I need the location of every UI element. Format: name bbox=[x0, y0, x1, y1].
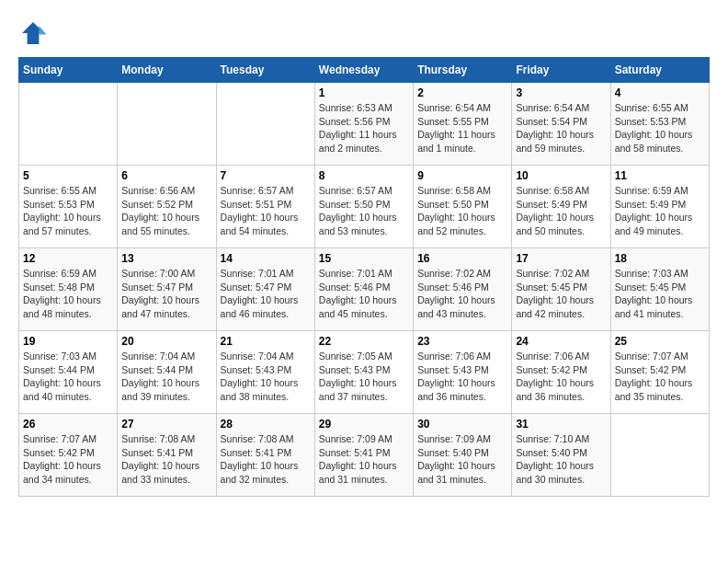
day-cell: 6Sunrise: 6:56 AM Sunset: 5:52 PM Daylig… bbox=[118, 166, 216, 248]
day-cell: 27Sunrise: 7:08 AM Sunset: 5:41 PM Dayli… bbox=[118, 414, 216, 497]
day-number: 29 bbox=[319, 418, 409, 431]
day-info: Sunrise: 6:57 AM Sunset: 5:51 PM Dayligh… bbox=[221, 184, 311, 238]
day-cell: 13Sunrise: 7:00 AM Sunset: 5:47 PM Dayli… bbox=[118, 248, 216, 331]
day-cell: 12Sunrise: 6:59 AM Sunset: 5:48 PM Dayli… bbox=[19, 248, 118, 331]
day-info: Sunrise: 7:00 AM Sunset: 5:47 PM Dayligh… bbox=[121, 267, 211, 321]
day-info: Sunrise: 6:58 AM Sunset: 5:49 PM Dayligh… bbox=[516, 184, 606, 238]
day-number: 5 bbox=[23, 169, 113, 182]
day-cell: 1Sunrise: 6:53 AM Sunset: 5:56 PM Daylig… bbox=[314, 83, 413, 166]
day-cell: 28Sunrise: 7:08 AM Sunset: 5:41 PM Dayli… bbox=[216, 414, 314, 497]
day-number: 24 bbox=[516, 335, 606, 348]
calendar-body: 1Sunrise: 6:53 AM Sunset: 5:56 PM Daylig… bbox=[19, 83, 710, 497]
svg-marker-1 bbox=[39, 26, 46, 35]
day-info: Sunrise: 7:07 AM Sunset: 5:42 PM Dayligh… bbox=[23, 432, 113, 487]
logo-icon bbox=[18, 18, 48, 48]
day-info: Sunrise: 7:04 AM Sunset: 5:44 PM Dayligh… bbox=[121, 350, 211, 404]
day-cell: 9Sunrise: 6:58 AM Sunset: 5:50 PM Daylig… bbox=[414, 166, 512, 248]
day-number: 3 bbox=[516, 86, 606, 99]
day-cell: 20Sunrise: 7:04 AM Sunset: 5:44 PM Dayli… bbox=[118, 331, 216, 414]
day-cell: 8Sunrise: 6:57 AM Sunset: 5:50 PM Daylig… bbox=[314, 166, 413, 248]
day-number: 14 bbox=[221, 252, 311, 265]
calendar-header: SundayMondayTuesdayWednesdayThursdayFrid… bbox=[19, 58, 710, 83]
week-row-5: 26Sunrise: 7:07 AM Sunset: 5:42 PM Dayli… bbox=[19, 414, 710, 497]
day-info: Sunrise: 7:02 AM Sunset: 5:46 PM Dayligh… bbox=[417, 267, 507, 321]
day-info: Sunrise: 6:54 AM Sunset: 5:54 PM Dayligh… bbox=[516, 101, 606, 155]
day-cell: 24Sunrise: 7:06 AM Sunset: 5:42 PM Dayli… bbox=[512, 331, 610, 414]
day-info: Sunrise: 7:06 AM Sunset: 5:43 PM Dayligh… bbox=[417, 350, 507, 404]
day-number: 27 bbox=[121, 418, 211, 431]
day-info: Sunrise: 7:03 AM Sunset: 5:45 PM Dayligh… bbox=[615, 267, 705, 321]
day-cell bbox=[19, 83, 118, 166]
week-row-2: 5Sunrise: 6:55 AM Sunset: 5:53 PM Daylig… bbox=[19, 166, 710, 248]
day-cell: 11Sunrise: 6:59 AM Sunset: 5:49 PM Dayli… bbox=[610, 166, 709, 248]
day-info: Sunrise: 7:10 AM Sunset: 5:40 PM Dayligh… bbox=[516, 432, 606, 487]
day-cell: 21Sunrise: 7:04 AM Sunset: 5:43 PM Dayli… bbox=[216, 331, 314, 414]
day-number: 2 bbox=[417, 86, 507, 99]
day-info: Sunrise: 7:02 AM Sunset: 5:45 PM Dayligh… bbox=[516, 267, 606, 321]
day-info: Sunrise: 6:54 AM Sunset: 5:55 PM Dayligh… bbox=[417, 101, 507, 155]
day-number: 6 bbox=[121, 169, 211, 182]
day-cell: 30Sunrise: 7:09 AM Sunset: 5:40 PM Dayli… bbox=[414, 414, 512, 497]
header-cell-tuesday: Tuesday bbox=[216, 58, 314, 83]
day-cell: 14Sunrise: 7:01 AM Sunset: 5:47 PM Dayli… bbox=[216, 248, 314, 331]
day-cell: 22Sunrise: 7:05 AM Sunset: 5:43 PM Dayli… bbox=[314, 331, 413, 414]
day-info: Sunrise: 7:08 AM Sunset: 5:41 PM Dayligh… bbox=[121, 432, 211, 487]
day-cell: 25Sunrise: 7:07 AM Sunset: 5:42 PM Dayli… bbox=[610, 331, 709, 414]
day-number: 22 bbox=[319, 335, 409, 348]
day-number: 7 bbox=[221, 169, 311, 182]
day-cell: 15Sunrise: 7:01 AM Sunset: 5:46 PM Dayli… bbox=[314, 248, 413, 331]
day-number: 8 bbox=[319, 169, 409, 182]
day-number: 12 bbox=[23, 252, 113, 265]
week-row-4: 19Sunrise: 7:03 AM Sunset: 5:44 PM Dayli… bbox=[19, 331, 710, 414]
header-cell-monday: Monday bbox=[118, 58, 216, 83]
header-cell-saturday: Saturday bbox=[610, 58, 709, 83]
day-cell: 19Sunrise: 7:03 AM Sunset: 5:44 PM Dayli… bbox=[19, 331, 118, 414]
day-cell: 4Sunrise: 6:55 AM Sunset: 5:53 PM Daylig… bbox=[610, 83, 709, 166]
day-info: Sunrise: 7:01 AM Sunset: 5:47 PM Dayligh… bbox=[221, 267, 311, 321]
week-row-1: 1Sunrise: 6:53 AM Sunset: 5:56 PM Daylig… bbox=[19, 83, 710, 166]
day-number: 28 bbox=[221, 418, 311, 431]
day-number: 1 bbox=[319, 86, 409, 99]
day-number: 11 bbox=[615, 169, 705, 182]
day-cell: 26Sunrise: 7:07 AM Sunset: 5:42 PM Dayli… bbox=[19, 414, 118, 497]
day-number: 19 bbox=[23, 335, 113, 348]
header-cell-thursday: Thursday bbox=[414, 58, 512, 83]
day-info: Sunrise: 6:56 AM Sunset: 5:52 PM Dayligh… bbox=[121, 184, 211, 238]
day-info: Sunrise: 6:59 AM Sunset: 5:49 PM Dayligh… bbox=[615, 184, 705, 238]
day-number: 20 bbox=[121, 335, 211, 348]
day-cell: 31Sunrise: 7:10 AM Sunset: 5:40 PM Dayli… bbox=[512, 414, 610, 497]
day-number: 10 bbox=[516, 169, 606, 182]
day-cell: 23Sunrise: 7:06 AM Sunset: 5:43 PM Dayli… bbox=[414, 331, 512, 414]
day-cell bbox=[118, 83, 216, 166]
header-row: SundayMondayTuesdayWednesdayThursdayFrid… bbox=[19, 58, 710, 83]
header-cell-friday: Friday bbox=[512, 58, 610, 83]
day-cell bbox=[610, 414, 709, 497]
day-number: 13 bbox=[121, 252, 211, 265]
day-number: 4 bbox=[615, 86, 705, 99]
day-info: Sunrise: 7:09 AM Sunset: 5:41 PM Dayligh… bbox=[319, 432, 409, 487]
day-info: Sunrise: 7:09 AM Sunset: 5:40 PM Dayligh… bbox=[417, 432, 507, 487]
day-number: 18 bbox=[615, 252, 705, 265]
day-cell: 2Sunrise: 6:54 AM Sunset: 5:55 PM Daylig… bbox=[414, 83, 512, 166]
header-cell-sunday: Sunday bbox=[19, 58, 118, 83]
day-number: 30 bbox=[417, 418, 507, 431]
day-info: Sunrise: 6:55 AM Sunset: 5:53 PM Dayligh… bbox=[23, 184, 113, 238]
day-info: Sunrise: 6:53 AM Sunset: 5:56 PM Dayligh… bbox=[319, 101, 409, 155]
day-number: 9 bbox=[417, 169, 507, 182]
day-number: 26 bbox=[23, 418, 113, 431]
day-cell: 10Sunrise: 6:58 AM Sunset: 5:49 PM Dayli… bbox=[512, 166, 610, 248]
day-cell: 16Sunrise: 7:02 AM Sunset: 5:46 PM Dayli… bbox=[414, 248, 512, 331]
day-cell: 3Sunrise: 6:54 AM Sunset: 5:54 PM Daylig… bbox=[512, 83, 610, 166]
logo bbox=[18, 18, 51, 48]
day-cell bbox=[216, 83, 314, 166]
day-info: Sunrise: 7:04 AM Sunset: 5:43 PM Dayligh… bbox=[221, 350, 311, 404]
day-number: 16 bbox=[417, 252, 507, 265]
day-info: Sunrise: 7:08 AM Sunset: 5:41 PM Dayligh… bbox=[221, 432, 311, 487]
day-cell: 7Sunrise: 6:57 AM Sunset: 5:51 PM Daylig… bbox=[216, 166, 314, 248]
day-cell: 29Sunrise: 7:09 AM Sunset: 5:41 PM Dayli… bbox=[314, 414, 413, 497]
day-info: Sunrise: 7:06 AM Sunset: 5:42 PM Dayligh… bbox=[516, 350, 606, 404]
calendar-table: SundayMondayTuesdayWednesdayThursdayFrid… bbox=[18, 57, 710, 497]
day-cell: 18Sunrise: 7:03 AM Sunset: 5:45 PM Dayli… bbox=[610, 248, 709, 331]
week-row-3: 12Sunrise: 6:59 AM Sunset: 5:48 PM Dayli… bbox=[19, 248, 710, 331]
header-cell-wednesday: Wednesday bbox=[314, 58, 413, 83]
